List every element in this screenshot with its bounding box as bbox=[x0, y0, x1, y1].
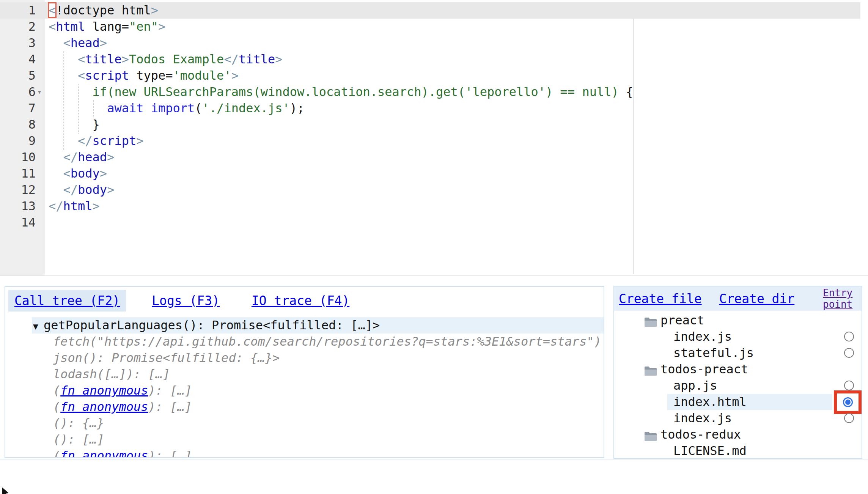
line-number: 6 bbox=[0, 84, 36, 100]
create-file-button[interactable]: Create file bbox=[619, 291, 702, 306]
call-tree-row[interactable]: (fn anonymous): […] bbox=[5, 399, 604, 415]
tab-io-trace[interactable]: IO trace (F4) bbox=[245, 290, 355, 312]
fn-anonymous-link[interactable]: fn anonymous bbox=[60, 400, 148, 414]
call-tree-row[interactable]: (fn anonymous): […] bbox=[5, 448, 604, 458]
file-row[interactable]: stateful.js bbox=[614, 345, 862, 361]
call-tree-row[interactable]: (fn anonymous): […] bbox=[5, 382, 604, 399]
code-text: <title>Todos Example</title> bbox=[49, 51, 283, 68]
code-text: <head> bbox=[49, 35, 107, 51]
folder-icon bbox=[644, 315, 657, 326]
entry-point-radio[interactable] bbox=[844, 413, 854, 423]
file-row[interactable]: index.js bbox=[614, 410, 862, 426]
line-number: 12 bbox=[0, 182, 36, 198]
file-row[interactable]: LICENSE.md bbox=[614, 443, 862, 459]
tab-bar: Call tree (F2) Logs (F3) IO trace (F4) bbox=[8, 290, 355, 312]
code-line-3[interactable]: 3 <head> bbox=[0, 35, 860, 51]
code-line-6[interactable]: 6▾ if(new URLSearchParams(window.locatio… bbox=[0, 84, 860, 100]
status-bar: docs/examples/todos- preact/index.html C… bbox=[0, 459, 868, 494]
code-text: <body> bbox=[49, 165, 107, 182]
code-line-5[interactable]: 5 <script type='module'> bbox=[0, 68, 860, 84]
file-row[interactable]: app.js bbox=[614, 378, 862, 394]
file-panel: Create file Create dir Entry point preac… bbox=[613, 286, 862, 459]
code-text: </head> bbox=[49, 149, 114, 165]
folder-name: preact bbox=[660, 312, 704, 329]
entry-point-link[interactable]: Entry point bbox=[823, 287, 859, 310]
file-panel-header: Create file Create dir Entry point bbox=[614, 286, 862, 311]
entry-point-radio[interactable] bbox=[843, 397, 853, 407]
fn-anonymous-link[interactable]: fn anonymous bbox=[60, 448, 148, 458]
entry-point-radio[interactable] bbox=[844, 348, 854, 358]
code-text: </script> bbox=[49, 133, 143, 149]
file-row[interactable]: index.html bbox=[614, 394, 862, 410]
code-text: <html lang="en"> bbox=[49, 19, 165, 35]
folder-row[interactable]: preact bbox=[614, 312, 862, 329]
folder-row[interactable]: todos-redux bbox=[614, 426, 862, 443]
file-name: app.js bbox=[673, 378, 717, 394]
call-tree-panel: Call tree (F2) Logs (F3) IO trace (F4) ▼… bbox=[5, 286, 604, 458]
mouse-cursor-icon bbox=[1, 486, 12, 494]
line-number: 1 bbox=[0, 2, 36, 19]
call-tree: ▼getPopularLanguages(): Promise<fulfille… bbox=[5, 317, 604, 458]
call-tree-row[interactable]: lodash([…]): […] bbox=[5, 366, 604, 382]
code-line-9[interactable]: 9 </script> bbox=[0, 133, 860, 149]
code-text: </body> bbox=[49, 182, 114, 198]
folder-name: todos-redux bbox=[660, 426, 741, 443]
file-row[interactable]: index.js bbox=[614, 329, 862, 345]
line-number: 9 bbox=[0, 133, 36, 149]
leporello-ide: 1<!doctype html>2<html lang="en">3 <head… bbox=[0, 0, 868, 494]
call-tree-row[interactable]: json(): Promise<fulfilled: {…}> bbox=[5, 350, 604, 366]
line-number: 13 bbox=[0, 198, 36, 214]
code-line-10[interactable]: 10 </head> bbox=[0, 149, 860, 165]
code-text: <!doctype html> bbox=[49, 2, 158, 19]
file-name: LICENSE.md bbox=[673, 443, 747, 459]
file-name: stateful.js bbox=[673, 345, 754, 361]
create-dir-button[interactable]: Create dir bbox=[719, 291, 795, 306]
folder-row[interactable]: todos-preact bbox=[614, 361, 862, 378]
current-file-path: docs/examples/todos- preact/index.html bbox=[2, 461, 148, 494]
fn-anonymous-link[interactable]: fn anonymous bbox=[60, 383, 148, 398]
line-number: 7 bbox=[0, 100, 36, 116]
call-tree-row[interactable]: fetch("https://api.github.com/search/rep… bbox=[5, 334, 604, 350]
tab-logs[interactable]: Logs (F3) bbox=[146, 290, 226, 312]
call-tree-row[interactable]: (): […] bbox=[5, 431, 604, 448]
code-line-2[interactable]: 2<html lang="en"> bbox=[0, 19, 860, 35]
call-tree-row[interactable]: ▼getPopularLanguages(): Promise<fulfille… bbox=[32, 317, 604, 334]
folder-icon bbox=[644, 429, 657, 440]
code-line-13[interactable]: 13</html> bbox=[0, 198, 860, 214]
line-number: 10 bbox=[0, 149, 36, 165]
code-line-4[interactable]: 4 <title>Todos Example</title> bbox=[0, 51, 860, 68]
line-number: 14 bbox=[0, 214, 36, 231]
folder-icon bbox=[644, 364, 657, 375]
code-line-12[interactable]: 12 </body> bbox=[0, 182, 860, 198]
code-line-14[interactable]: 14 bbox=[0, 214, 860, 231]
help-link-wrap: Help bbox=[776, 469, 820, 494]
file-name: index.js bbox=[673, 329, 732, 345]
line-number: 5 bbox=[0, 68, 36, 84]
expand-arrow-icon[interactable]: ▼ bbox=[33, 318, 44, 335]
code-line-1[interactable]: 1<!doctype html> bbox=[0, 2, 860, 19]
file-name: index.html bbox=[673, 394, 747, 410]
code-text: if(new URLSearchParams(window.location.s… bbox=[49, 84, 633, 100]
clear-io-trace-button[interactable]: Clear IO trace (F6) bbox=[272, 461, 375, 494]
fold-arrow-icon[interactable]: ▾ bbox=[37, 84, 42, 100]
file-name: index.js bbox=[673, 410, 732, 426]
call-tree-row[interactable]: (): {…} bbox=[5, 415, 604, 431]
text-cursor: < bbox=[49, 3, 56, 17]
code-line-8[interactable]: 8 } bbox=[0, 116, 860, 133]
entry-point-radio[interactable] bbox=[844, 332, 854, 341]
code-line-11[interactable]: 11 <body> bbox=[0, 165, 860, 182]
code-text: await import('./index.js'); bbox=[49, 100, 304, 116]
code-text: </html> bbox=[49, 198, 100, 214]
code-text: <script type='module'> bbox=[49, 68, 239, 84]
code-text: } bbox=[49, 116, 100, 133]
line-number: 2 bbox=[0, 19, 36, 35]
file-tree: preactindex.jsstateful.jstodos-preactapp… bbox=[614, 312, 862, 459]
github-link-wrap: Github bbox=[817, 469, 861, 494]
code-editor[interactable]: 1<!doctype html>2<html lang="en">3 <head… bbox=[0, 0, 868, 276]
code-line-7[interactable]: 7 await import('./index.js'); bbox=[0, 100, 860, 116]
folder-name: todos-preact bbox=[660, 361, 748, 378]
line-number: 3 bbox=[0, 35, 36, 51]
tab-call-tree[interactable]: Call tree (F2) bbox=[8, 290, 126, 312]
entry-point-radio[interactable] bbox=[844, 381, 854, 390]
reopen-run-window-button[interactable]: (Re)open run window (F7) bbox=[433, 461, 572, 494]
